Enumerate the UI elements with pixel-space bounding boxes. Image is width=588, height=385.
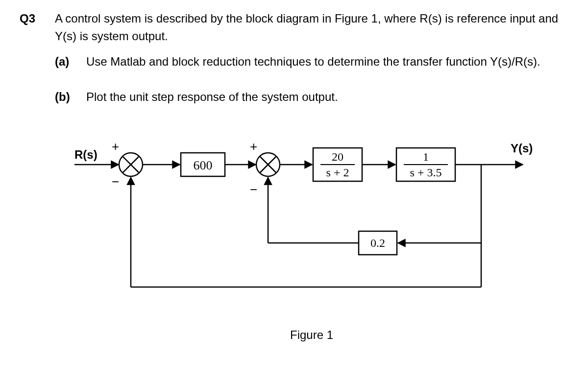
question-intro: A control system is described by the blo…	[55, 10, 568, 45]
output-label: Y(s)	[511, 142, 533, 155]
block-diagram: R(s) + − 600	[55, 125, 568, 344]
g2-den: s + 2	[326, 166, 349, 179]
part-b-label: (b)	[55, 88, 76, 106]
summing-junction-2: + −	[250, 139, 280, 197]
sum2-minus: −	[250, 182, 257, 197]
block-g1: 600	[181, 153, 225, 176]
input-label: R(s)	[74, 148, 98, 161]
question-number: Q3	[20, 10, 43, 27]
sum2-plus: +	[250, 139, 257, 154]
part-b-text: Plot the unit step response of the syste…	[86, 88, 338, 106]
h1-value: 0.2	[370, 237, 385, 249]
block-h1: 0.2	[359, 231, 397, 255]
g2-num: 20	[332, 150, 343, 163]
block-g3: 1 s + 3.5	[396, 148, 455, 181]
part-a-text: Use Matlab and block reduction technique…	[86, 53, 540, 71]
sum1-minus: −	[112, 174, 119, 189]
sum1-plus: +	[112, 139, 119, 154]
block-g2: 20 s + 2	[313, 148, 362, 181]
part-a-label: (a)	[55, 53, 76, 71]
figure-caption: Figure 1	[55, 326, 568, 344]
g1-value: 600	[194, 158, 213, 172]
g3-den: s + 3.5	[410, 166, 442, 179]
g3-num: 1	[423, 150, 429, 163]
